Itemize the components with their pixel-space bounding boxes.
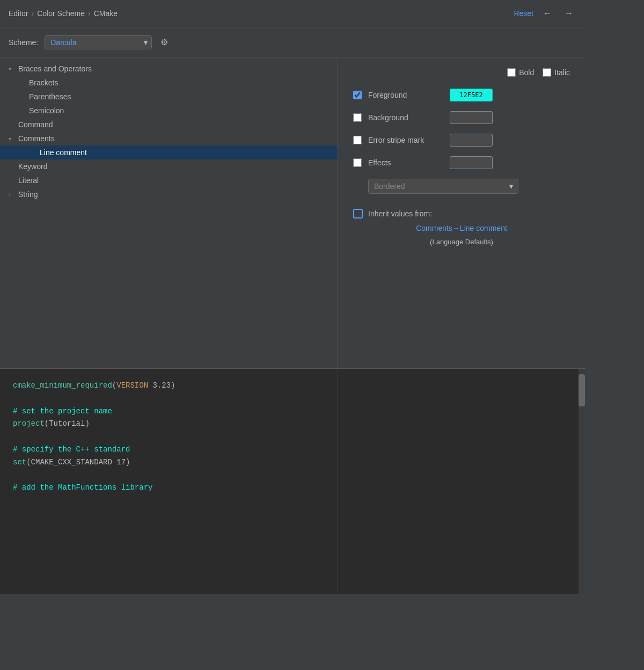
tree-item-brackets[interactable]: Brackets xyxy=(0,76,338,90)
bold-check-label[interactable]: Bold xyxy=(507,68,534,77)
tree-item-braces[interactable]: ▾ Braces and Operators xyxy=(0,62,338,76)
error-stripe-row: Error stripe mark xyxy=(353,134,570,147)
header-actions: Reset ← → xyxy=(514,8,576,19)
foreground-check-label[interactable] xyxy=(353,91,362,99)
code-line-blank3 xyxy=(13,469,325,482)
inherit-label: Inherit values from: xyxy=(368,209,432,218)
bold-checkbox[interactable] xyxy=(507,68,516,77)
tree-label-comments: Comments xyxy=(18,134,55,143)
breadcrumb-editor: Editor xyxy=(9,9,28,18)
background-checkbox[interactable] xyxy=(353,113,362,122)
tree-item-line-comment[interactable]: Line comment xyxy=(0,145,338,159)
gear-button[interactable]: ⚙ xyxy=(158,35,170,49)
code-section: cmake_minimum_required(VERSION 3.23) # s… xyxy=(0,368,585,594)
scheme-label: Scheme: xyxy=(9,38,38,47)
breadcrumb-sep1: › xyxy=(32,9,34,18)
header-bar: Editor › Color Scheme › CMake Reset ← → xyxy=(0,0,585,27)
tree-item-parentheses[interactable]: Parentheses xyxy=(0,90,338,104)
tree-item-keyword[interactable]: Keyword xyxy=(0,159,338,173)
scrollbar-thumb[interactable] xyxy=(579,374,585,406)
foreground-label: Foreground xyxy=(368,91,443,99)
scheme-select-wrapper: Darcula xyxy=(45,35,152,49)
tree-item-string[interactable]: › String xyxy=(0,187,338,201)
inherit-checkbox[interactable] xyxy=(353,209,363,219)
effects-check-label[interactable] xyxy=(353,158,362,167)
nav-back-button[interactable]: ← xyxy=(540,8,555,19)
scheme-row: Scheme: Darcula ⚙ xyxy=(0,27,585,57)
background-row: Background xyxy=(353,111,570,124)
inherit-row: Inherit values from: xyxy=(353,209,570,219)
bold-italic-group: Bold Italic xyxy=(507,68,570,77)
code-line-comment1: # set the project name xyxy=(13,405,325,418)
foreground-checkbox[interactable] xyxy=(353,91,362,99)
tree-item-comments[interactable]: ▾ Comments xyxy=(0,132,338,145)
error-stripe-color-swatch[interactable] xyxy=(450,134,493,147)
tree-label-keyword: Keyword xyxy=(18,162,47,171)
code-fn-name: cmake_minimum_required xyxy=(13,381,112,390)
tree-label-parentheses: Parentheses xyxy=(29,92,71,101)
inherit-section: Inherit values from: Comments→Line comme… xyxy=(353,209,570,246)
code-fn-project: project xyxy=(13,419,45,428)
tree-label-semicolon: Semicolon xyxy=(29,106,64,115)
breadcrumb: Editor › Color Scheme › CMake xyxy=(9,9,514,18)
toggle-string-icon: › xyxy=(9,192,16,198)
error-stripe-check-label[interactable] xyxy=(353,136,362,144)
effects-checkbox[interactable] xyxy=(353,158,362,167)
code-panel: cmake_minimum_required(VERSION 3.23) # s… xyxy=(0,369,338,594)
italic-check-label[interactable]: Italic xyxy=(543,68,570,77)
bold-italic-row: Bold Italic xyxy=(353,68,570,77)
props-panel: Bold Italic Foreground 12F5E2 Background xyxy=(338,57,585,368)
tree-label-braces: Braces and Operators xyxy=(18,64,92,73)
code-line-comment2: # specify the C++ standard xyxy=(13,443,325,456)
tree-label-string: String xyxy=(18,190,38,199)
code-line-1: cmake_minimum_required(VERSION 3.23) xyxy=(13,380,325,392)
effects-label: Effects xyxy=(368,158,443,167)
nav-forward-button[interactable]: → xyxy=(561,8,576,19)
background-color-swatch[interactable] xyxy=(450,111,493,124)
foreground-color-swatch[interactable]: 12F5E2 xyxy=(450,89,493,101)
tree-panel: ▾ Braces and Operators Brackets Parenthe… xyxy=(0,57,338,368)
effects-row: Effects xyxy=(353,156,570,169)
bold-label: Bold xyxy=(519,68,534,77)
tree-label-command: Command xyxy=(18,120,53,129)
italic-label: Italic xyxy=(554,68,570,77)
background-label: Background xyxy=(368,113,443,122)
code-line-blank2 xyxy=(13,431,325,443)
code-line-set: set(CMAKE_CXX_STANDARD 17) xyxy=(13,456,325,469)
inherit-sub: (Language Defaults) xyxy=(353,238,570,246)
code-line-blank1 xyxy=(13,392,325,405)
scrollbar[interactable] xyxy=(579,369,585,594)
toggle-comments-icon: ▾ xyxy=(9,136,16,142)
reset-button[interactable]: Reset xyxy=(514,9,533,18)
code-line-comment3: # add the MathFunctions library xyxy=(13,482,325,494)
scheme-select[interactable]: Darcula xyxy=(45,35,152,49)
italic-checkbox[interactable] xyxy=(543,68,551,77)
tree-item-semicolon[interactable]: Semicolon xyxy=(0,104,338,118)
effects-dropdown-wrapper: Bordered xyxy=(368,179,518,194)
tree-item-command[interactable]: Command xyxy=(0,118,338,132)
background-check-label[interactable] xyxy=(353,113,362,122)
tree-label-line-comment: Line comment xyxy=(40,148,87,157)
error-stripe-checkbox[interactable] xyxy=(353,136,362,144)
tree-label-literal: Literal xyxy=(18,176,39,185)
tree-item-literal[interactable]: Literal xyxy=(0,173,338,187)
effects-color-swatch[interactable] xyxy=(450,156,493,169)
effects-dropdown[interactable]: Bordered xyxy=(368,179,518,194)
breadcrumb-color-scheme: Color Scheme xyxy=(37,9,85,18)
code-right-panel xyxy=(338,369,585,594)
main-content: ▾ Braces and Operators Brackets Parenthe… xyxy=(0,57,585,368)
inherit-link[interactable]: Comments→Line comment xyxy=(353,224,570,232)
code-fn-set: set xyxy=(13,458,26,467)
tree-label-brackets: Brackets xyxy=(29,78,58,87)
breadcrumb-cmake: CMake xyxy=(94,9,118,18)
error-stripe-label: Error stripe mark xyxy=(368,136,443,144)
foreground-row: Foreground 12F5E2 xyxy=(353,89,570,101)
breadcrumb-sep2: › xyxy=(88,9,91,18)
code-line-project: project(Tutorial) xyxy=(13,418,325,431)
toggle-braces-icon: ▾ xyxy=(9,66,16,72)
